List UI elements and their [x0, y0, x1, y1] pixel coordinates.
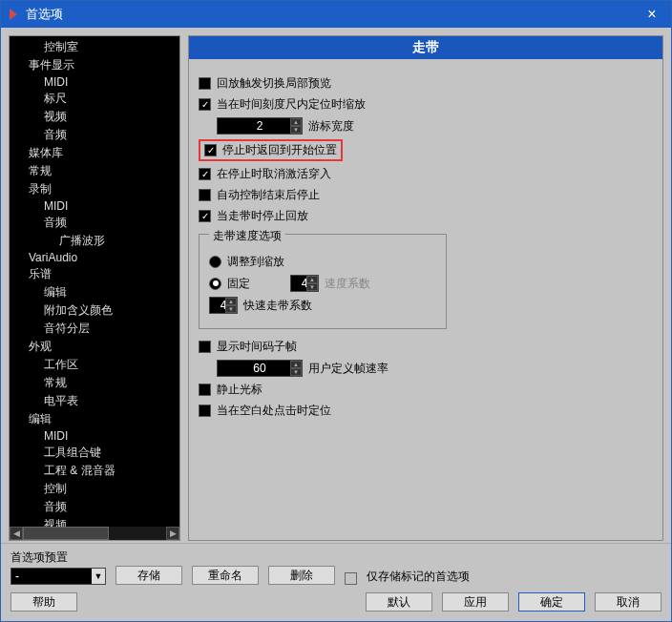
checkbox-stop-playback[interactable]: [199, 210, 211, 222]
wind-speed-fieldset: 走带速度选项 调整到缩放 固定 4 ▲▼: [199, 234, 447, 329]
spinner-down-icon[interactable]: ▼: [225, 305, 237, 313]
tree-item[interactable]: 音频: [10, 214, 179, 232]
checkbox-show-subframes[interactable]: [199, 341, 211, 353]
window-title: 首选项: [26, 6, 639, 23]
radio-fixed[interactable]: [209, 278, 221, 290]
checkbox-deactivate-punch[interactable]: [199, 168, 211, 180]
tree-item[interactable]: 事件显示: [10, 56, 179, 74]
fixed-speed-input[interactable]: 4 ▲▼: [290, 275, 319, 292]
checkbox-only-store-marked[interactable]: [345, 572, 357, 585]
row-deactivate-punch: 在停止时取消激活穿入: [199, 166, 653, 182]
close-button[interactable]: ×: [639, 1, 665, 28]
tree-item[interactable]: 电平表: [10, 392, 179, 410]
tree-item[interactable]: 工作区: [10, 356, 179, 374]
label-speed-factor: 速度系数: [325, 276, 370, 292]
tree-list[interactable]: 控制室事件显示MIDI标尺视频音频媒体库常规录制MIDI音频广播波形VariAu…: [10, 36, 179, 527]
row-framerate: 60 ▲▼ 用户定义帧速率: [199, 360, 653, 377]
footer: 首选项预置 - ▼ 存储 重命名 删除 仅存储标记的首选项 帮助 默认 应用 确…: [1, 543, 671, 621]
label-deactivate-punch: 在停止时取消激活穿入: [217, 166, 331, 182]
label-return-start: 停止时返回到开始位置: [222, 142, 337, 158]
tree-item[interactable]: 编辑: [10, 283, 179, 301]
cursor-width-input[interactable]: 2 ▲▼: [217, 117, 303, 135]
spinner-up-icon[interactable]: ▲: [290, 361, 302, 368]
spinner-up-icon[interactable]: ▲: [290, 118, 302, 126]
scroll-track[interactable]: [23, 527, 166, 540]
tree-item[interactable]: 视频: [10, 108, 179, 126]
highlighted-option: 停止时返回到开始位置: [199, 139, 343, 161]
scroll-thumb[interactable]: [23, 527, 109, 540]
row-return-start: 停止时返回到开始位置: [199, 139, 653, 161]
help-button[interactable]: 帮助: [10, 592, 77, 612]
cancel-button[interactable]: 取消: [595, 592, 662, 612]
tree-item[interactable]: 音频: [10, 126, 179, 144]
panel-title: 走带: [189, 36, 662, 59]
tree-item[interactable]: 控制: [10, 480, 179, 498]
row-radio-fixed: 固定 4 ▲▼ 速度系数: [209, 275, 436, 292]
store-button[interactable]: 存储: [116, 566, 182, 585]
tree-item[interactable]: 常规: [10, 162, 179, 180]
checkbox-locate-click[interactable]: [199, 404, 211, 417]
spinner-up-icon[interactable]: ▲: [306, 276, 318, 283]
tree-item[interactable]: 附加含义颜色: [10, 301, 179, 320]
tree-item[interactable]: 标尺: [10, 90, 179, 108]
row-stationary-cursor: 静止光标: [199, 382, 653, 398]
rename-button[interactable]: 重命名: [192, 566, 259, 585]
scroll-right-icon[interactable]: ▶: [166, 527, 179, 540]
tree-item[interactable]: 编辑: [10, 410, 179, 428]
preset-label: 首选项预置: [10, 549, 106, 566]
chevron-down-icon: ▼: [92, 569, 105, 584]
label-locate-click: 当在空白处点击时定位: [217, 403, 331, 419]
spinner-down-icon[interactable]: ▼: [306, 283, 318, 291]
tree-item[interactable]: 媒体库: [10, 144, 179, 162]
label-stop-after-auto: 自动控制结束后停止: [217, 187, 320, 203]
label-stop-playback: 当走带时停止回放: [217, 208, 308, 224]
tree-item[interactable]: MIDI: [10, 74, 179, 90]
tree-item[interactable]: 常规: [10, 374, 179, 392]
spinner-down-icon[interactable]: ▼: [290, 126, 302, 134]
tree-item[interactable]: MIDI: [10, 428, 179, 444]
preset-dropdown[interactable]: - ▼: [10, 568, 106, 585]
fieldset-legend: 走带速度选项: [209, 228, 285, 244]
ok-button[interactable]: 确定: [518, 592, 585, 612]
label-stationary-cursor: 静止光标: [217, 382, 262, 398]
tree-item[interactable]: 广播波形: [10, 232, 179, 250]
tree-item[interactable]: 工具组合键: [10, 444, 179, 462]
label-cursor-width: 游标宽度: [308, 118, 354, 135]
checkbox-zoom-locate[interactable]: [199, 98, 211, 111]
tree-item[interactable]: 工程 & 混音器: [10, 462, 179, 480]
spinner-up-icon[interactable]: ▲: [225, 298, 237, 305]
row-locate-click: 当在空白处点击时定位: [199, 403, 653, 419]
tree-scrollbar-horizontal[interactable]: ◀ ▶: [10, 527, 179, 540]
tree-item[interactable]: VariAudio: [10, 250, 179, 265]
body-area: 控制室事件显示MIDI标尺视频音频媒体库常规录制MIDI音频广播波形VariAu…: [1, 28, 671, 543]
default-button[interactable]: 默认: [366, 592, 432, 612]
fast-wind-input[interactable]: 4 ▲▼: [209, 297, 238, 314]
tree-item[interactable]: 音符分层: [10, 320, 179, 338]
checkbox-stop-after-auto[interactable]: [199, 189, 211, 201]
tree-item[interactable]: 乐谱: [10, 265, 179, 283]
tree-item[interactable]: 外观: [10, 338, 179, 356]
scroll-left-icon[interactable]: ◀: [10, 527, 23, 540]
checkbox-stationary-cursor[interactable]: [199, 384, 211, 396]
checkbox-return-start[interactable]: [204, 144, 217, 156]
preset-group: 首选项预置 - ▼: [10, 549, 106, 585]
delete-button[interactable]: 删除: [268, 566, 335, 585]
checkbox-playback-trigger[interactable]: [199, 77, 211, 90]
app-logo-icon: [7, 8, 20, 21]
row-zoom-locate: 当在时间刻度尺内定位时缩放: [199, 96, 653, 113]
tree-item[interactable]: 音频: [10, 498, 179, 516]
spinner-down-icon[interactable]: ▼: [290, 368, 302, 376]
label-only-store-marked: 仅存储标记的首选项: [367, 569, 470, 585]
tree-item[interactable]: 录制: [10, 180, 179, 198]
apply-button[interactable]: 应用: [442, 592, 509, 612]
tree-item[interactable]: 视频: [10, 516, 179, 527]
preset-value: -: [11, 570, 92, 583]
tree-item[interactable]: 控制室: [10, 38, 179, 56]
radio-adjust-zoom[interactable]: [209, 256, 221, 268]
label-playback-trigger: 回放触发切换局部预览: [217, 75, 331, 92]
framerate-input[interactable]: 60 ▲▼: [217, 360, 303, 377]
panel-body: 回放触发切换局部预览 当在时间刻度尺内定位时缩放 2 ▲▼ 游标宽度: [189, 59, 662, 540]
preset-row: 首选项预置 - ▼ 存储 重命名 删除 仅存储标记的首选项: [10, 549, 662, 585]
row-fast-wind: 4 ▲▼ 快速走带系数: [209, 297, 436, 314]
tree-item[interactable]: MIDI: [10, 198, 179, 214]
